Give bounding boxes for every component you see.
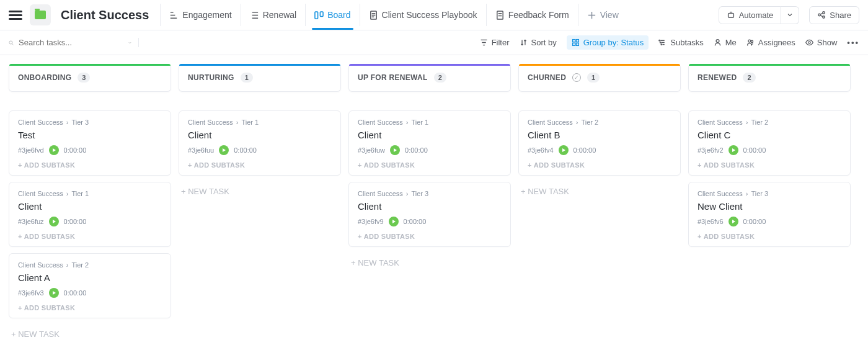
column-header[interactable]: UP FOR RENEWAL2 bbox=[348, 64, 511, 92]
chevron-down-icon bbox=[786, 11, 794, 19]
group-icon bbox=[572, 38, 580, 47]
svg-point-15 bbox=[661, 44, 662, 45]
column-header[interactable]: ONBOARDING3 bbox=[9, 64, 171, 92]
eye-icon bbox=[805, 38, 813, 47]
topbar: Client Success Engagement Renewal Board … bbox=[0, 0, 868, 30]
tab-feedback[interactable]: Feedback Form bbox=[486, 4, 578, 26]
svg-rect-4 bbox=[728, 13, 733, 17]
chevron-down-icon[interactable] bbox=[128, 39, 132, 47]
svg-point-5 bbox=[818, 14, 821, 16]
column: RENEWED2Client Success›Tier 2Client C#3j… bbox=[688, 64, 851, 253]
task-card[interactable]: Client Success›Tier 3Test#3je6fvd0:00:00… bbox=[9, 110, 171, 176]
card-meta: #3je6fv30:00:00 bbox=[18, 288, 162, 298]
play-icon[interactable] bbox=[389, 217, 399, 226]
folder-chip[interactable] bbox=[30, 4, 51, 25]
play-icon[interactable] bbox=[728, 217, 738, 226]
card-title: New Client bbox=[698, 201, 841, 212]
folder-icon bbox=[35, 11, 46, 19]
column-title: ONBOARDING bbox=[18, 73, 71, 82]
sort-chip[interactable]: Sort by bbox=[520, 38, 557, 47]
tab-board[interactable]: Board bbox=[305, 4, 359, 26]
column-count: 1 bbox=[587, 73, 600, 83]
svg-point-17 bbox=[748, 40, 751, 42]
show-chip[interactable]: Show bbox=[805, 38, 838, 47]
add-subtask-button[interactable]: + ADD SUBTASK bbox=[358, 233, 502, 240]
add-subtask-button[interactable]: + ADD SUBTASK bbox=[358, 161, 502, 169]
subtasks-icon bbox=[658, 38, 666, 47]
breadcrumb: Client Success›Tier 3 bbox=[358, 190, 502, 197]
tab-renewal[interactable]: Renewal bbox=[241, 4, 305, 26]
card-meta: #3je6fv90:00:00 bbox=[358, 217, 502, 226]
task-card[interactable]: Client Success›Tier 2Client A#3je6fv30:0… bbox=[9, 253, 171, 318]
user-icon bbox=[714, 38, 722, 47]
svg-point-8 bbox=[9, 40, 12, 43]
svg-point-13 bbox=[659, 40, 660, 41]
tab-engagement[interactable]: Engagement bbox=[160, 4, 240, 26]
automate-button[interactable]: Automate bbox=[719, 6, 782, 24]
column-header[interactable]: NURTURING1 bbox=[179, 64, 341, 92]
assignees-chip[interactable]: Assignees bbox=[746, 38, 795, 47]
play-icon[interactable] bbox=[728, 145, 738, 155]
play-icon[interactable] bbox=[390, 145, 400, 155]
play-icon[interactable] bbox=[49, 145, 59, 155]
add-subtask-button[interactable]: + ADD SUBTASK bbox=[188, 161, 332, 169]
play-icon[interactable] bbox=[559, 145, 569, 155]
add-subtask-button[interactable]: + ADD SUBTASK bbox=[18, 304, 162, 311]
task-card[interactable]: Client Success›Tier 1Client#3je6fuz0:00:… bbox=[9, 182, 171, 247]
tab-label: Feedback Form bbox=[508, 10, 569, 20]
new-task-button[interactable]: + NEW TASK bbox=[348, 253, 511, 272]
card-id: #3je6fvd bbox=[18, 146, 44, 154]
add-subtask-button[interactable]: + ADD SUBTASK bbox=[698, 233, 841, 240]
column-count: 2 bbox=[743, 73, 755, 83]
column-title: CHURNED bbox=[528, 73, 566, 82]
task-card[interactable]: Client Success›Tier 3Client#3je6fv90:00:… bbox=[348, 182, 511, 247]
plus-icon bbox=[587, 11, 596, 20]
play-icon[interactable] bbox=[219, 145, 229, 155]
subtasks-chip[interactable]: Subtasks bbox=[658, 38, 703, 47]
group-chip[interactable]: Group by: Status bbox=[567, 35, 649, 50]
card-id: #3je6fv4 bbox=[528, 146, 554, 154]
new-task-button[interactable]: + NEW TASK bbox=[9, 325, 171, 344]
column-count: 2 bbox=[434, 73, 446, 83]
svg-point-6 bbox=[823, 12, 825, 14]
card-id: #3je6fuz bbox=[18, 218, 44, 225]
tab-label: Client Success Playbook bbox=[382, 10, 477, 20]
column-title: NURTURING bbox=[188, 73, 234, 82]
play-icon[interactable] bbox=[49, 217, 59, 226]
play-icon[interactable] bbox=[49, 288, 59, 298]
add-subtask-button[interactable]: + ADD SUBTASK bbox=[698, 161, 841, 169]
card-title: Client C bbox=[698, 130, 841, 140]
me-chip[interactable]: Me bbox=[714, 38, 737, 47]
more-menu[interactable]: ••• bbox=[847, 38, 859, 47]
done-icon bbox=[572, 73, 581, 82]
users-icon bbox=[746, 38, 755, 47]
new-task-button[interactable]: + NEW TASK bbox=[179, 182, 341, 201]
task-card[interactable]: Client Success›Tier 2Client B#3je6fv40:0… bbox=[518, 110, 681, 176]
share-button[interactable]: Share bbox=[809, 6, 859, 24]
column-header[interactable]: CHURNED1 bbox=[518, 64, 681, 92]
tab-playbook[interactable]: Client Success Playbook bbox=[360, 4, 486, 26]
automate-dropdown[interactable] bbox=[781, 6, 799, 24]
breadcrumb: Client Success›Tier 3 bbox=[18, 119, 162, 126]
menu-icon[interactable] bbox=[9, 8, 22, 22]
add-subtask-button[interactable]: + ADD SUBTASK bbox=[528, 161, 671, 169]
add-subtask-button[interactable]: + ADD SUBTASK bbox=[18, 233, 162, 240]
column: ONBOARDING3Client Success›Tier 3Test#3je… bbox=[9, 64, 171, 344]
svg-point-7 bbox=[823, 16, 825, 19]
breadcrumb: Client Success›Tier 1 bbox=[358, 119, 502, 126]
column-header[interactable]: RENEWED2 bbox=[688, 64, 851, 92]
svg-rect-11 bbox=[572, 43, 575, 45]
task-card[interactable]: Client Success›Tier 3New Client#3je6fv60… bbox=[688, 182, 851, 247]
task-card[interactable]: Client Success›Tier 2Client C#3je6fv20:0… bbox=[688, 110, 851, 176]
add-view[interactable]: View bbox=[578, 4, 627, 26]
filter-chip[interactable]: Filter bbox=[480, 38, 510, 47]
task-card[interactable]: Client Success›Tier 1Client#3je6fuw0:00:… bbox=[348, 110, 511, 176]
task-card[interactable]: Client Success›Tier 1Client#3je6fuu0:00:… bbox=[179, 110, 341, 176]
search-input[interactable] bbox=[19, 38, 123, 47]
breadcrumb: Client Success›Tier 2 bbox=[698, 119, 841, 126]
new-task-button[interactable]: + NEW TASK bbox=[518, 182, 681, 201]
card-id: #3je6fv3 bbox=[18, 289, 44, 297]
add-subtask-button[interactable]: + ADD SUBTASK bbox=[18, 161, 162, 169]
column-stripe bbox=[349, 64, 510, 66]
card-time: 0:00:00 bbox=[574, 146, 596, 154]
